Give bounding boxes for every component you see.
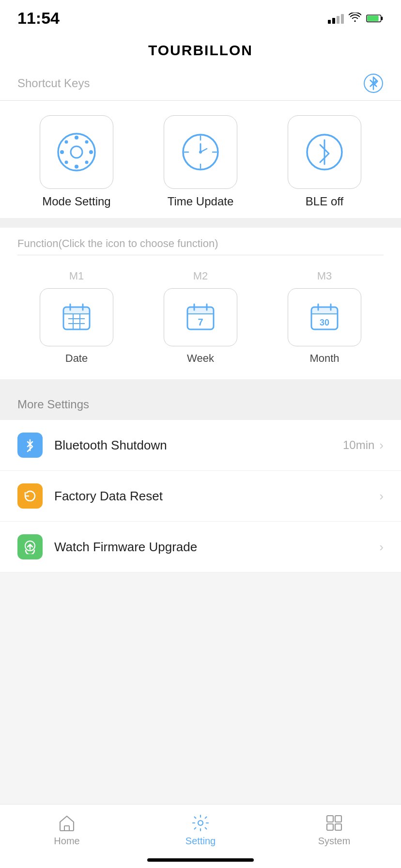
bluetooth-shutdown-icon (17, 433, 43, 458)
function-icons-row: M1 Date M2 (0, 260, 401, 379)
month-icon-box[interactable]: 30 (288, 288, 361, 346)
function-item-month[interactable]: M3 30 Month (288, 270, 361, 365)
section-gap-1 (0, 218, 401, 228)
svg-rect-52 (335, 824, 341, 830)
signal-icon (328, 13, 344, 24)
svg-point-21 (199, 151, 202, 154)
shortcut-keys-label: Shortcut Keys (17, 77, 90, 90)
system-nav-icon (324, 813, 344, 833)
more-settings-label: More Settings (17, 398, 89, 411)
svg-point-5 (71, 146, 82, 158)
shortcut-icons-row: Mode Setting Time Update (0, 101, 401, 218)
bluetooth-icon[interactable] (363, 73, 384, 93)
function-mode-m3: M3 (317, 270, 332, 282)
home-nav-icon (57, 813, 77, 833)
shortcut-item-mode[interactable]: Mode Setting (40, 115, 113, 208)
bluetooth-shutdown-item[interactable]: Bluetooth Shutdown 10min › (0, 420, 401, 471)
svg-text:7: 7 (198, 317, 203, 327)
nav-item-setting[interactable]: Setting (176, 813, 225, 847)
svg-rect-50 (335, 816, 341, 822)
section-gap-2 (0, 379, 401, 389)
status-icons (328, 13, 384, 24)
setting-nav-label: Setting (185, 836, 216, 847)
svg-point-11 (85, 161, 89, 164)
mode-setting-label: Mode Setting (42, 195, 110, 208)
bluetooth-shutdown-label: Bluetooth Shutdown (54, 438, 343, 453)
svg-point-13 (85, 140, 89, 144)
home-nav-label: Home (54, 836, 79, 847)
shortcut-keys-header: Shortcut Keys (0, 66, 401, 100)
wifi-icon (349, 13, 361, 24)
bluetooth-shutdown-value: 10min (343, 438, 374, 452)
week-label: Week (187, 352, 214, 365)
svg-point-8 (60, 150, 64, 154)
svg-rect-51 (327, 824, 333, 830)
ble-off-label: BLE off (306, 195, 343, 208)
page-title: TOURBILLON (0, 32, 401, 66)
shortcut-item-time[interactable]: Time Update (164, 115, 237, 208)
firmware-upgrade-item[interactable]: Watch Firmware Upgrade › (0, 522, 401, 573)
firmware-upgrade-label: Watch Firmware Upgrade (54, 540, 379, 555)
week-icon-box[interactable]: 7 (164, 288, 237, 346)
content-spacer (0, 573, 401, 804)
time-update-label: Time Update (168, 195, 234, 208)
function-item-date[interactable]: M1 Date (40, 270, 113, 365)
svg-rect-40 (311, 307, 338, 314)
bottom-nav: Home Setting System (0, 804, 401, 852)
factory-reset-chevron: › (379, 489, 384, 504)
nav-item-home[interactable]: Home (43, 813, 91, 847)
svg-rect-25 (63, 307, 90, 314)
shortcut-item-ble[interactable]: BLE off (288, 115, 361, 208)
ble-off-icon-box[interactable] (288, 115, 361, 189)
mode-setting-icon-box[interactable] (40, 115, 113, 189)
bluetooth-shutdown-chevron: › (379, 438, 384, 453)
status-bar: 11:54 (0, 0, 401, 32)
svg-point-10 (65, 140, 68, 144)
home-indicator-bar (147, 858, 254, 862)
svg-text:30: 30 (320, 318, 329, 327)
factory-reset-label: Factory Data Reset (54, 489, 379, 504)
factory-reset-item[interactable]: Factory Data Reset › (0, 471, 401, 522)
svg-point-48 (198, 821, 203, 825)
svg-point-12 (65, 161, 68, 164)
more-settings-header: More Settings (0, 389, 401, 420)
function-mode-m2: M2 (193, 270, 208, 282)
settings-list: Bluetooth Shutdown 10min › Factory Data … (0, 420, 401, 573)
svg-rect-34 (187, 307, 214, 314)
setting-nav-icon (191, 813, 210, 833)
time-update-icon-box[interactable] (164, 115, 237, 189)
svg-rect-2 (367, 16, 378, 21)
function-label: Function(Click the icon to choose functi… (17, 237, 218, 249)
battery-icon (366, 14, 384, 23)
nav-item-system[interactable]: System (310, 813, 358, 847)
svg-point-6 (75, 136, 78, 140)
svg-rect-47 (64, 826, 69, 831)
svg-point-9 (89, 150, 93, 154)
function-item-week[interactable]: M2 7 Week (164, 270, 237, 365)
svg-rect-49 (327, 816, 333, 822)
svg-rect-1 (381, 16, 383, 20)
function-divider (17, 255, 384, 255)
svg-point-7 (75, 165, 78, 169)
date-label: Date (65, 352, 88, 365)
home-indicator (0, 852, 401, 868)
date-icon-box[interactable] (40, 288, 113, 346)
factory-reset-icon (17, 483, 43, 509)
function-mode-m1: M1 (69, 270, 84, 282)
status-time: 11:54 (17, 9, 60, 28)
month-label: Month (309, 352, 339, 365)
firmware-upgrade-chevron: › (379, 540, 384, 555)
function-header: Function(Click the icon to choose functi… (0, 228, 401, 260)
firmware-upgrade-icon (17, 534, 43, 559)
system-nav-label: System (318, 836, 351, 847)
